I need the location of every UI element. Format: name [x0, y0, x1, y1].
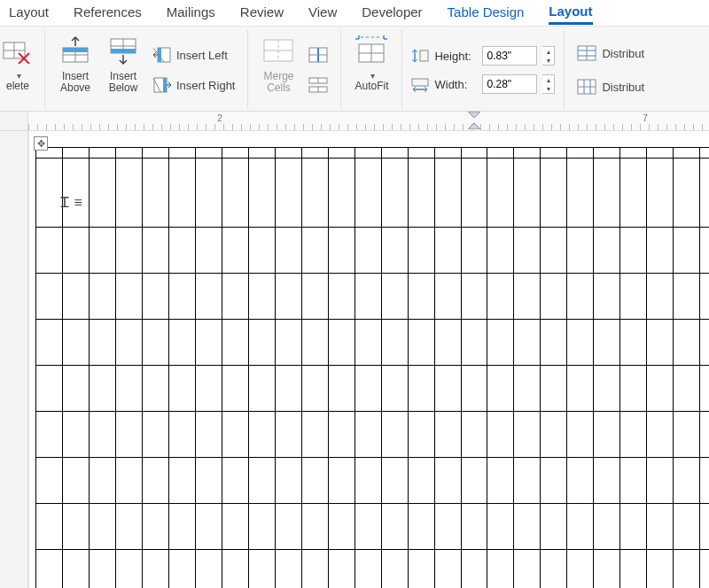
insert-right-icon: [153, 77, 171, 93]
autofit-button[interactable]: ▾ AutoFit: [350, 32, 393, 108]
height-label: Height:: [434, 50, 477, 63]
insert-right-button[interactable]: Insert Right: [150, 73, 238, 97]
split-cells-button[interactable]: [305, 43, 331, 67]
tab-view[interactable]: View: [308, 4, 337, 23]
merge-cells-label: Merge Cells: [257, 71, 300, 94]
width-input[interactable]: [482, 74, 537, 94]
tab-review[interactable]: Review: [240, 4, 284, 23]
insert-above-button[interactable]: Insert Above: [54, 32, 97, 108]
merge-cells-button[interactable]: Merge Cells: [257, 32, 300, 108]
ruler-mark: 7: [643, 113, 648, 123]
tab-mailings[interactable]: Mailings: [167, 4, 215, 23]
svg-rect-17: [163, 78, 167, 92]
distribute-cols-button[interactable]: Distribut: [573, 74, 648, 99]
svg-rect-34: [420, 50, 428, 61]
insert-below-label: Insert Below: [102, 71, 144, 94]
autofit-icon: [355, 35, 387, 66]
table-move-handle[interactable]: ✥: [34, 136, 48, 151]
tab-layout-document[interactable]: Layout: [9, 4, 49, 23]
split-table-icon: [308, 77, 328, 93]
svg-rect-35: [412, 79, 428, 86]
width-label: Width:: [434, 78, 477, 91]
distribute-cols-icon: [577, 79, 596, 95]
insert-left-icon: [153, 47, 171, 63]
ruler-mark: 2: [217, 113, 222, 123]
tab-table-design[interactable]: Table Design: [448, 4, 525, 23]
delete-button[interactable]: ▾ elete: [0, 32, 35, 108]
insert-right-label: Insert Right: [176, 79, 235, 92]
distribute-rows-button[interactable]: Distribut: [573, 41, 648, 66]
insert-left-label: Insert Left: [176, 49, 228, 62]
ribbon-tabs: Layout References Mailings Review View D…: [0, 0, 709, 27]
height-input[interactable]: [482, 46, 537, 66]
insert-below-button[interactable]: Insert Below: [102, 32, 144, 108]
ruler-row: 2 7: [0, 112, 709, 131]
distribute-rows-label: Distribut: [602, 47, 644, 60]
insert-above-icon: [59, 35, 91, 66]
tab-developer[interactable]: Developer: [362, 4, 422, 23]
height-spin-up[interactable]: ▴: [542, 47, 554, 56]
row-height-icon: [411, 48, 429, 64]
insert-left-button[interactable]: Insert Left: [150, 43, 238, 67]
autofit-label: AutoFit: [354, 81, 388, 92]
split-table-button[interactable]: [305, 73, 331, 97]
distribute-cols-label: Distribut: [602, 81, 644, 94]
indent-marker-icon[interactable]: [468, 112, 480, 129]
col-width-icon: [411, 76, 429, 92]
insert-above-label: Insert Above: [54, 71, 97, 94]
delete-label: elete: [6, 81, 29, 92]
ruler-corner: [0, 112, 28, 130]
tab-table-layout[interactable]: Layout: [549, 4, 592, 25]
distribute-rows-icon: [577, 45, 596, 61]
width-spin-up[interactable]: ▴: [542, 75, 554, 84]
document-page[interactable]: ✥ Ꮖ ≡: [28, 131, 709, 588]
svg-marker-45: [468, 112, 480, 118]
ribbon-body: ▾ elete Insert Above: [0, 27, 709, 112]
merge-cells-icon: [263, 39, 293, 62]
height-spin-down[interactable]: ▾: [542, 56, 554, 65]
svg-marker-46: [468, 123, 480, 129]
work-area: ✥ Ꮖ ≡: [0, 131, 709, 588]
split-cells-icon: [308, 47, 328, 63]
document-table[interactable]: [35, 147, 709, 588]
tab-references[interactable]: References: [74, 4, 142, 23]
insert-below-icon: [107, 35, 139, 66]
horizontal-ruler[interactable]: 2 7: [28, 112, 709, 130]
delete-table-icon: [3, 37, 33, 64]
width-spin-down[interactable]: ▾: [542, 84, 554, 93]
vertical-ruler[interactable]: [0, 131, 28, 588]
